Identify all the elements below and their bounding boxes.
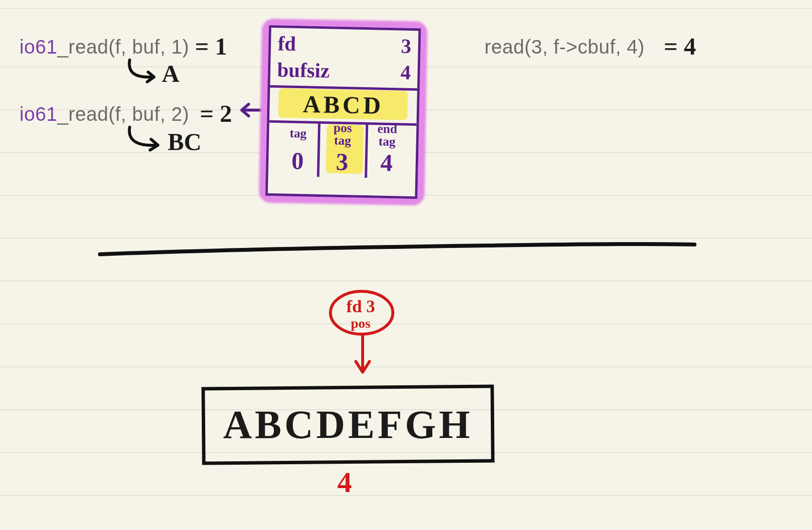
field-bufsiz-value: 4 [400, 60, 411, 84]
call-1-result: = 1 [195, 32, 227, 60]
value-tag: 0 [275, 146, 320, 175]
struct-row-bufsiz: bufsiz 4 [270, 56, 418, 86]
call-1-prefix: io61 [19, 36, 58, 57]
syscall-result: = 4 [664, 32, 696, 60]
io61-file-struct: fd 3 bufsiz 4 ABCD tag pos tag end tag 0… [267, 27, 419, 197]
call-2-arrow [125, 125, 174, 156]
file-content: ABCDEFGH [202, 386, 494, 464]
call-1: io61_read(f, buf, 1) [19, 36, 189, 58]
bubble-line1: fd 3 [322, 296, 400, 317]
user-kernel-divider [97, 241, 697, 260]
call-1-copied: A [162, 59, 179, 88]
file-on-disk: ABCDEFGH [202, 386, 494, 464]
field-fd-value: 3 [401, 34, 411, 57]
field-bufsiz-label: bufsiz [277, 58, 329, 82]
kernel-fd-bubble: fd 3 pos [322, 287, 406, 380]
value-end-tag: 4 [364, 148, 409, 177]
call-2-result: = 2 [200, 99, 232, 128]
call-2-body: _read(f, buf, 2) [58, 103, 189, 125]
call-2-prefix: io61 [19, 103, 58, 125]
kernel-file-pos: 4 [337, 466, 352, 499]
label-end-tag: end tag [365, 122, 409, 149]
struct-row-fd: fd 3 [271, 30, 418, 60]
call-2-copied: BC [168, 128, 201, 156]
field-fd-label: fd [277, 32, 296, 56]
struct-cbuf: ABCD [270, 86, 417, 123]
syscall: read(3, f->cbuf, 4) [484, 36, 645, 58]
struct-tag-values: 0 3 4 [268, 145, 416, 179]
call-2: io61_read(f, buf, 2) [19, 103, 189, 125]
struct-tag-labels: tag pos tag end tag [269, 121, 417, 148]
syscall-body: read(3, f->cbuf, 4) [484, 36, 645, 57]
value-pos-tag: 3 [320, 147, 365, 176]
label-pos-tag: pos tag [320, 121, 365, 148]
call-1-body: _read(f, buf, 1) [58, 36, 189, 57]
label-tag: tag [276, 127, 321, 140]
bubble-line2: pos [322, 316, 400, 331]
